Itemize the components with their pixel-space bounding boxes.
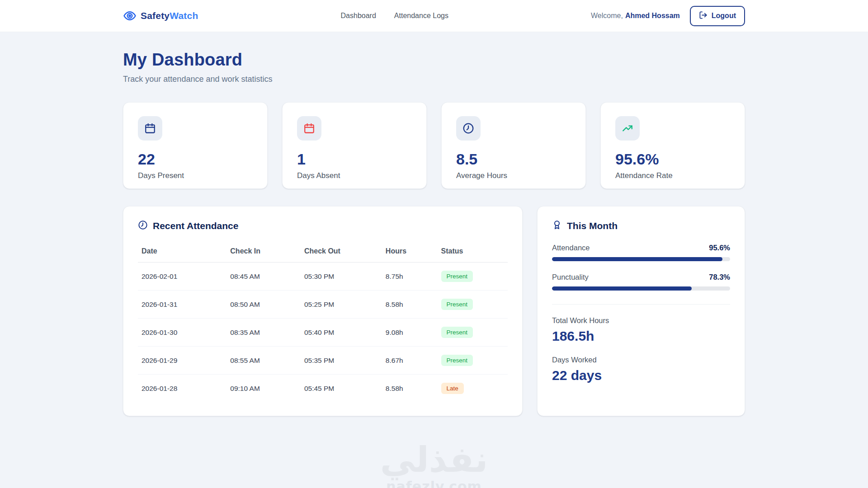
- stat-card-attendance-rate: 95.6% Attendance Rate: [600, 102, 745, 189]
- stat-label: Days Present: [138, 171, 253, 180]
- stat-label: Days Absent: [297, 171, 412, 180]
- column-header-hours: Hours: [382, 241, 438, 263]
- welcome-text: Welcome,Ahmed Hossam: [591, 12, 680, 20]
- attendance-table: Date Check In Check Out Hours Status 202…: [138, 241, 508, 402]
- cell-check-out: 05:45 PM: [301, 375, 382, 403]
- recent-attendance-panel: Recent Attendance Date Check In Check Ou…: [123, 206, 523, 416]
- recent-attendance-title: Recent Attendance: [153, 221, 238, 231]
- cell-check-in: 08:50 AM: [226, 291, 301, 319]
- attendance-progress-bar: [552, 257, 730, 261]
- logout-button[interactable]: Logout: [690, 6, 745, 26]
- page-title: My Dashboard: [123, 50, 745, 70]
- clock-icon: [456, 116, 481, 141]
- cell-date: 2026-01-30: [138, 319, 226, 347]
- calendar-icon: [138, 116, 162, 141]
- cell-date: 2026-01-28: [138, 375, 226, 403]
- cell-date: 2026-02-01: [138, 263, 226, 291]
- top-header: SafetyWatch Dashboard Attendance Logs We…: [0, 0, 868, 32]
- cell-hours: 8.67h: [382, 347, 438, 375]
- punctuality-progress-label: Punctuality: [552, 273, 589, 282]
- cell-check-in: 08:35 AM: [226, 319, 301, 347]
- logout-icon: [699, 11, 708, 21]
- status-badge: Present: [441, 271, 473, 282]
- status-badge: Late: [441, 383, 464, 394]
- cell-check-out: 05:40 PM: [301, 319, 382, 347]
- cell-date: 2026-01-29: [138, 347, 226, 375]
- brand-name: SafetyWatch: [141, 10, 198, 21]
- stats-grid: 22 Days Present 1 Days Absent: [123, 102, 745, 189]
- clock-icon: [138, 220, 148, 232]
- cell-hours: 9.08h: [382, 319, 438, 347]
- table-row: 2026-01-31 08:50 AM 05:25 PM 8.58h Prese…: [138, 291, 508, 319]
- cell-check-in: 08:55 AM: [226, 347, 301, 375]
- stat-value: 8.5: [456, 150, 571, 168]
- stat-label: Attendance Rate: [615, 171, 730, 180]
- cell-check-in: 08:45 AM: [226, 263, 301, 291]
- watermark-arabic-text: نفذلي: [123, 441, 745, 479]
- status-badge: Present: [441, 355, 473, 366]
- watermark: نفذلي nafezly.com: [123, 441, 745, 488]
- column-header-status: Status: [438, 241, 508, 263]
- stat-card-days-absent: 1 Days Absent: [282, 102, 427, 189]
- table-row: 2026-01-29 08:55 AM 05:35 PM 8.67h Prese…: [138, 347, 508, 375]
- nav-dashboard[interactable]: Dashboard: [341, 12, 376, 20]
- cell-hours: 8.58h: [382, 375, 438, 403]
- column-header-date: Date: [138, 241, 226, 263]
- total-work-hours-value: 186.5h: [552, 328, 730, 344]
- punctuality-progress-bar: [552, 286, 730, 291]
- column-header-check-in: Check In: [226, 241, 301, 263]
- table-row: 2026-01-30 08:35 AM 05:40 PM 9.08h Prese…: [138, 319, 508, 347]
- cell-hours: 8.75h: [382, 263, 438, 291]
- days-worked-value: 22 days: [552, 368, 730, 383]
- attendance-progress-value: 95.6%: [709, 244, 730, 252]
- nav-attendance-logs[interactable]: Attendance Logs: [394, 12, 448, 20]
- watermark-domain-text: nafezly.com: [123, 479, 745, 488]
- cell-check-in: 09:10 AM: [226, 375, 301, 403]
- column-header-check-out: Check Out: [301, 241, 382, 263]
- table-row: 2026-01-28 09:10 AM 05:45 PM 8.58h Late: [138, 375, 508, 403]
- punctuality-progress-value: 78.3%: [709, 273, 730, 282]
- main-nav: Dashboard Attendance Logs: [341, 12, 448, 20]
- status-badge: Present: [441, 299, 473, 310]
- total-work-hours-label: Total Work Hours: [552, 316, 730, 325]
- stat-value: 1: [297, 150, 412, 168]
- stat-card-average-hours: 8.5 Average Hours: [441, 102, 586, 189]
- divider: [552, 304, 730, 305]
- eye-icon: [123, 9, 137, 23]
- cell-check-out: 05:35 PM: [301, 347, 382, 375]
- user-name: Ahmed Hossam: [625, 12, 680, 19]
- attendance-progress-label: Attendance: [552, 244, 590, 252]
- this-month-panel: This Month Attendance 95.6% Punctuality …: [537, 206, 745, 416]
- days-worked-label: Days Worked: [552, 356, 730, 364]
- stat-value: 22: [138, 150, 253, 168]
- table-row: 2026-02-01 08:45 AM 05:30 PM 8.75h Prese…: [138, 263, 508, 291]
- cell-check-out: 05:25 PM: [301, 291, 382, 319]
- page-subtitle: Track your attendance and work statistic…: [123, 75, 745, 84]
- this-month-title: This Month: [567, 221, 618, 231]
- brand-logo[interactable]: SafetyWatch: [123, 9, 198, 23]
- stat-label: Average Hours: [456, 171, 571, 180]
- calendar-icon: [297, 116, 321, 141]
- stat-card-days-present: 22 Days Present: [123, 102, 268, 189]
- cell-date: 2026-01-31: [138, 291, 226, 319]
- status-badge: Present: [441, 327, 473, 338]
- trending-up-icon: [615, 116, 640, 141]
- cell-check-out: 05:30 PM: [301, 263, 382, 291]
- cell-hours: 8.58h: [382, 291, 438, 319]
- award-icon: [552, 220, 562, 232]
- stat-value: 95.6%: [615, 150, 730, 168]
